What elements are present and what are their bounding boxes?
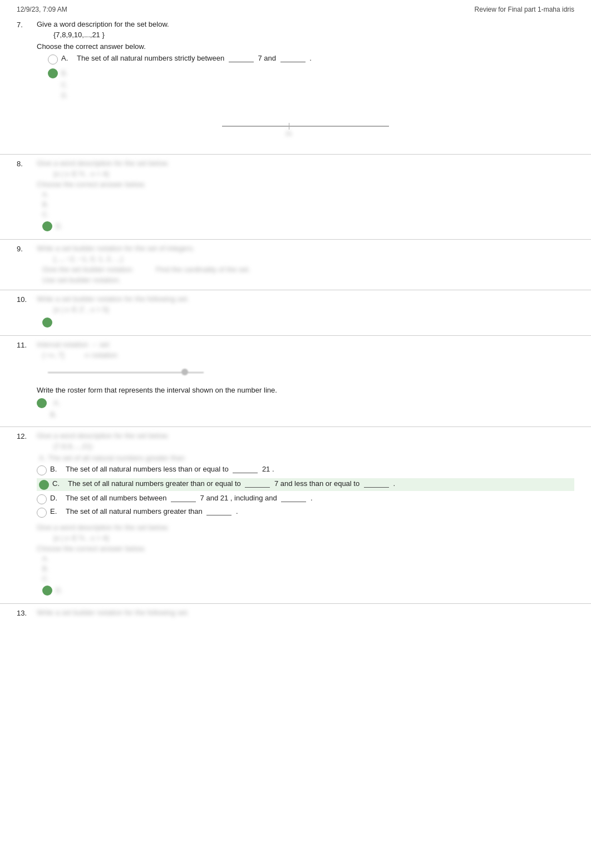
q12-content: Give a word description for the set belo… <box>37 431 574 598</box>
q7-blurred-options: B. C. D. <box>48 68 574 100</box>
q12-bottom-opt-d-selected: D. <box>42 585 574 596</box>
q13-question-blurred: Write a set builder notation for the fol… <box>37 608 574 617</box>
q11-endpoint <box>181 369 188 375</box>
q9-number: 9. <box>17 244 33 253</box>
q8-opt-d-selected: D. <box>42 221 574 231</box>
q9-sub-opt3: Use set-builder notation. <box>42 276 574 284</box>
question-8-block: 8. Give a word description for the set b… <box>0 155 591 240</box>
q7-question-text: Give a word description for the set belo… <box>37 20 574 28</box>
q9-content: Write a set builder notation for the set… <box>37 244 574 284</box>
q7-blank1 <box>229 62 254 62</box>
q9-sub-opt1: Give the set builder notation <box>42 265 152 274</box>
q13-content: Write a set builder notation for the fol… <box>37 608 574 617</box>
q7-line-label: 21 <box>285 130 292 137</box>
q8-choose-blurred: Choose the correct answer below. <box>37 180 574 189</box>
q8-opt-b: B. <box>42 201 574 209</box>
q8-opt-c: C. <box>42 211 574 219</box>
q12-opt-d-text: The set of all numbers between 7 and 21 … <box>66 494 574 502</box>
question-7-row: 7. Give a word description for the set b… <box>17 20 574 148</box>
q7-number-line-area: 21 <box>37 104 574 148</box>
q10-set-blurred: {x | x ∈ ℤ , x > 5} <box>53 305 574 314</box>
q12-opt-c-row[interactable]: C. The set of all natural numbers greate… <box>37 478 574 491</box>
q12-c-blank2 <box>364 487 389 488</box>
q11-number-line <box>48 361 574 384</box>
q12-opt-b-row[interactable]: B. The set of all natural numbers less t… <box>37 465 574 475</box>
q11-opt2-blurred: B. <box>50 410 87 419</box>
q10-content: Write a set builder notation for the fol… <box>37 295 574 330</box>
q7-set: {7,8,9,10,...,21 } <box>53 31 574 39</box>
q12-opt-a-label: A. <box>39 454 46 462</box>
q10-green-circle <box>42 318 52 328</box>
q7-selected-option: B. <box>48 68 574 78</box>
q12-blurred-bottom: Give a word description for the set belo… <box>37 523 574 596</box>
q8-set-blurred: {x | x ∈ ℕ , x < 4} <box>53 170 574 178</box>
q11-correct-blurred: A. <box>53 399 145 407</box>
q7-option-a-circle[interactable] <box>48 54 58 65</box>
question-8-row: 8. Give a word description for the set b… <box>17 159 574 234</box>
q10-sub-block <box>42 317 574 328</box>
q7-line-mark <box>289 123 289 130</box>
q11-question-blurred: Interval notation → set <box>37 340 574 349</box>
q12-opt-c-label: C. <box>52 479 68 488</box>
q12-bottom-opts-blurred: A. B. C. D. <box>42 555 574 596</box>
question-12-row: 12. Give a word description for the set … <box>17 431 574 598</box>
q7-blurred-opt1: B. <box>61 70 153 77</box>
q7-number: 7. <box>17 20 33 29</box>
q12-set-blurred: {7,8,9,...,21} <box>53 442 574 450</box>
q9-sub-opt2: Find the cardinality of the set. <box>156 265 250 274</box>
q12-opt-d-circle[interactable] <box>37 494 47 504</box>
q12-c-blank1 <box>245 487 270 488</box>
q12-opt-d-label: D. <box>50 494 66 502</box>
q12-d-blank2 <box>281 502 306 502</box>
q12-opt-c-text: The set of all natural numbers greater t… <box>68 479 572 488</box>
q7-options: A. The set of all natural numbers strict… <box>48 54 574 100</box>
question-9-block: 9. Write a set builder notation for the … <box>0 240 591 290</box>
q7-option-a-label: A. <box>61 54 77 62</box>
q13-number: 13. <box>17 608 33 617</box>
q12-d-blank1 <box>171 502 196 502</box>
q12-opt-e-circle[interactable] <box>37 508 47 518</box>
q8-question-blurred: Give a word description for the set belo… <box>37 159 574 167</box>
q12-bottom-q-blurred: Give a word description for the set belo… <box>37 523 574 532</box>
question-13-row: 13. Write a set builder notation for the… <box>17 608 574 617</box>
question-11-block: 11. Interval notation → set (−∞, 7] ∞ no… <box>0 336 591 427</box>
q11-second-opt-row: B. <box>50 410 574 419</box>
q12-opt-b-label: B. <box>50 465 66 473</box>
q12-bottom-set-blurred: {x | x ∈ ℕ , x > 4} <box>53 534 574 542</box>
q12-opt-e-text: The set of all natural numbers greater t… <box>66 507 574 515</box>
q12-bottom-green-circle <box>42 586 52 596</box>
q7-blurred-opt2: C. <box>61 81 136 89</box>
q11-line <box>48 372 204 373</box>
q12-opt-b-circle[interactable] <box>37 465 47 475</box>
q11-set-label: ∞ notation <box>85 351 117 359</box>
question-13-block: 13. Write a set builder notation for the… <box>0 604 591 623</box>
question-12-block: 12. Give a word description for the set … <box>0 427 591 604</box>
q12-bottom-opt-a: A. <box>42 555 574 563</box>
q11-sub-write-text: Write the roster form that represents th… <box>37 386 574 394</box>
question-10-row: 10. Write a set builder notation for the… <box>17 295 574 330</box>
question-9-row: 9. Write a set builder notation for the … <box>17 244 574 284</box>
timestamp: 12/9/23, 7:09 AM <box>17 6 67 13</box>
q12-opt-b-text: The set of all natural numbers less than… <box>66 465 574 473</box>
q8-options-blurred: A. B. C. D. <box>42 191 574 231</box>
q7-green-circle <box>48 68 58 78</box>
question-7-block: 7. Give a word description for the set b… <box>0 16 591 155</box>
q7-option-a[interactable]: A. The set of all natural numbers strict… <box>48 54 574 65</box>
q12-opt-d-row[interactable]: D. The set of all numbers between 7 and … <box>37 494 574 504</box>
q11-green-circle <box>37 398 47 408</box>
q7-blurred-opt3: D. <box>61 92 146 100</box>
question-11-row: 11. Interval notation → set (−∞, 7] ∞ no… <box>17 340 574 421</box>
q11-number: 11. <box>17 340 33 349</box>
q11-set-notation: (−∞, 7] <box>42 351 82 359</box>
q9-question-blurred: Write a set builder notation for the set… <box>37 244 574 252</box>
q12-bottom-opt-b: B. <box>42 565 574 573</box>
q12-opt-a-row: A. The set of all natural numbers greate… <box>39 454 574 462</box>
q12-e-blank <box>206 515 232 515</box>
q12-opt-e-row[interactable]: E. The set of all natural numbers greate… <box>37 507 574 518</box>
q11-set-blurred-row: (−∞, 7] ∞ notation <box>42 351 574 359</box>
question-10-block: 10. Write a set builder notation for the… <box>0 290 591 336</box>
q10-number: 10. <box>17 295 33 304</box>
q8-number: 8. <box>17 159 33 168</box>
q7-blurred-opt2-row: C. <box>61 81 574 89</box>
q12-question-blurred: Give a word description for the set belo… <box>37 431 574 440</box>
